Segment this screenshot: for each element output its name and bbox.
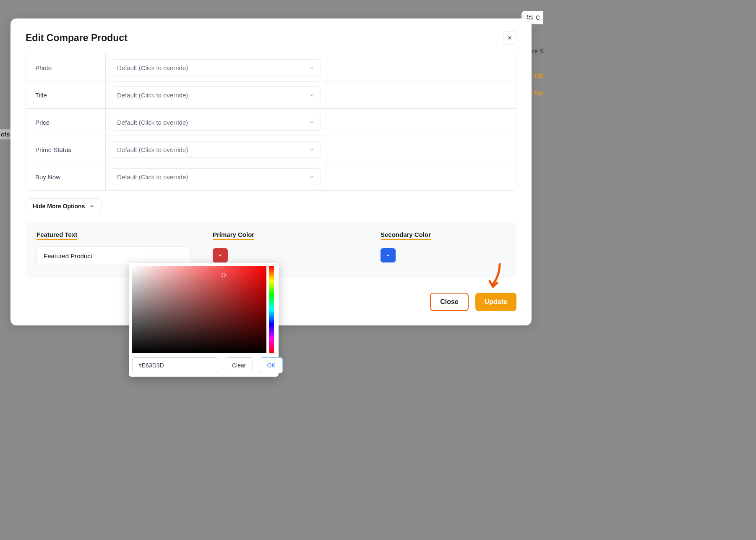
form-row-photo: Photo Default (Click to override) <box>26 54 516 81</box>
bg-left-label: cts <box>0 129 11 139</box>
primary-color-swatch[interactable] <box>213 248 228 262</box>
saturation-area[interactable] <box>132 266 266 353</box>
chevron-down-icon <box>309 92 315 98</box>
row-label: Price <box>26 109 106 136</box>
picker-ok-button[interactable]: OK <box>260 357 282 373</box>
bg-text-1: ce S <box>532 48 543 55</box>
buy-now-select[interactable]: Default (Click to override) <box>111 168 321 185</box>
modal-title: Edit Compare Product <box>26 32 128 44</box>
primary-color-label: Primary Color <box>213 231 254 240</box>
hide-more-options-button[interactable]: Hide More Options <box>26 198 102 214</box>
close-button-label: Close <box>440 298 459 306</box>
secondary-color-swatch[interactable] <box>381 248 396 262</box>
select-value: Default (Click to override) <box>117 92 188 99</box>
form-table: Photo Default (Click to override) Title … <box>26 54 516 191</box>
clear-label: Clear <box>232 362 246 369</box>
price-select[interactable]: Default (Click to override) <box>111 114 321 131</box>
row-label: Prime Status <box>26 136 106 163</box>
title-select[interactable]: Default (Click to override) <box>111 87 321 103</box>
chevron-down-icon <box>309 147 315 152</box>
hue-slider[interactable] <box>269 266 274 353</box>
row-label: Title <box>26 81 106 108</box>
hex-input[interactable] <box>132 357 218 373</box>
form-row-title: Title Default (Click to override) <box>26 81 516 109</box>
modal-header: Edit Compare Product <box>26 31 516 45</box>
select-value: Default (Click to override) <box>117 173 188 181</box>
spare-cell <box>326 54 516 81</box>
picker-controls: Clear OK <box>132 357 275 373</box>
spare-cell <box>326 81 516 108</box>
saturation-cursor[interactable] <box>222 273 226 277</box>
spare-cell <box>326 109 516 136</box>
bg-settings-label: C <box>536 14 540 21</box>
form-row-prime-status: Prime Status Default (Click to override) <box>26 136 516 163</box>
color-picker-popover: Clear OK <box>129 263 279 377</box>
bg-link-2[interactable]: Tab <box>534 90 543 97</box>
modal-close-button[interactable] <box>503 31 516 45</box>
ok-label: OK <box>267 362 275 369</box>
row-label: Photo <box>26 54 106 81</box>
toggle-label: Hide More Options <box>33 203 85 210</box>
spare-cell <box>326 136 516 163</box>
annotation-arrow-icon <box>487 262 504 293</box>
primary-color-group: Primary Color <box>213 231 368 265</box>
select-value: Default (Click to override) <box>117 64 188 71</box>
form-row-buy-now: Buy Now Default (Click to override) <box>26 163 516 190</box>
chevron-down-icon <box>218 253 223 258</box>
select-value: Default (Click to override) <box>117 146 188 153</box>
chevron-down-icon <box>309 119 315 125</box>
chevron-down-icon <box>386 253 391 258</box>
select-value: Default (Click to override) <box>117 119 188 126</box>
close-icon <box>507 35 513 41</box>
chevron-up-icon <box>89 203 95 209</box>
featured-text-label: Featured Text <box>36 231 77 240</box>
chevron-down-icon <box>309 65 315 71</box>
featured-text-group: Featured Text <box>36 231 200 265</box>
close-button[interactable]: Close <box>430 293 469 311</box>
photo-select[interactable]: Default (Click to override) <box>111 59 321 76</box>
spare-cell <box>326 163 516 190</box>
update-button-label: Update <box>485 298 507 306</box>
secondary-color-label: Secondary Color <box>381 231 431 240</box>
bg-link-1[interactable]: Tab <box>534 72 543 79</box>
secondary-color-group: Secondary Color <box>381 231 431 265</box>
picker-clear-button[interactable]: Clear <box>225 357 253 373</box>
form-row-price: Price Default (Click to override) <box>26 109 516 136</box>
row-label: Buy Now <box>26 163 106 190</box>
chevron-down-icon <box>309 174 315 180</box>
featured-text-input[interactable] <box>36 246 190 265</box>
prime-status-select[interactable]: Default (Click to override) <box>111 141 321 158</box>
update-button[interactable]: Update <box>475 293 516 311</box>
